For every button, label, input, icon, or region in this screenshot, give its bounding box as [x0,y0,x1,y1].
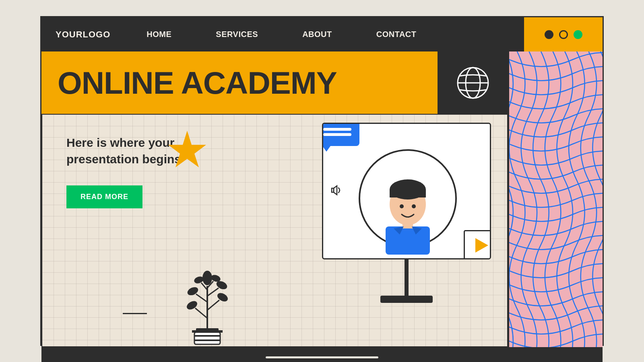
dot-outline [559,30,568,39]
page-title: ONLINE ACADEMY [58,67,337,99]
nav-home[interactable]: HOME [124,17,194,51]
navbar: YOURLOGO HOME SERVICES ABOUT CONTACT [41,17,603,51]
svg-line-17 [207,288,219,296]
svg-line-11 [195,308,207,318]
chat-line-1 [323,128,351,131]
content-inner: Here is where your presentation begins R… [42,115,507,346]
svg-rect-29 [390,189,426,197]
left-main: ONLINE ACADEMY [41,51,508,347]
main-content: Here is where your presentation begins R… [41,114,508,347]
svg-rect-8 [194,335,220,337]
title-row: ONLINE ACADEMY [41,51,508,114]
line-decoration [123,313,147,314]
nav-about[interactable]: ABOUT [280,17,354,51]
monitor-stand [405,259,409,296]
nav-contact[interactable]: CONTACT [354,17,439,51]
svg-point-30 [400,204,404,208]
wavy-grid-pattern [509,51,603,347]
slide-container: YOURLOGO HOME SERVICES ABOUT CONTACT ONL… [40,16,604,346]
nav-services[interactable]: SERVICES [194,17,280,51]
chat-bubble [322,123,359,146]
right-sidebar [508,51,603,347]
main-layout: ONLINE ACADEMY [41,51,603,347]
bottom-line [266,356,378,358]
svg-point-23 [202,271,212,285]
svg-line-13 [207,300,219,310]
svg-rect-7 [194,332,220,344]
svg-line-15 [196,294,207,302]
svg-rect-9 [194,339,220,341]
svg-point-31 [412,204,416,208]
globe-icon [455,65,491,101]
speaker-icon [330,184,343,198]
monitor-base [380,296,433,303]
dot-green [574,30,582,39]
logo: YOURLOGO [41,17,124,51]
play-triangle-icon [475,238,488,253]
chat-line-2 [323,133,351,136]
plant-icon [179,266,235,346]
svg-rect-25 [386,226,430,255]
title-yellow-bg: ONLINE ACADEMY [41,51,438,114]
nav-controls [524,17,603,51]
play-button[interactable] [464,230,491,259]
monitor-container [322,123,491,303]
bottom-bar [41,347,603,362]
star-icon [167,131,207,171]
read-more-button[interactable]: READ MORE [66,185,142,208]
monitor-screen [322,123,491,259]
globe-block [438,51,508,114]
svg-rect-36 [509,51,603,347]
dot-black [545,30,553,39]
star-decoration [167,131,207,171]
svg-marker-3 [168,131,206,167]
svg-rect-35 [332,188,334,192]
